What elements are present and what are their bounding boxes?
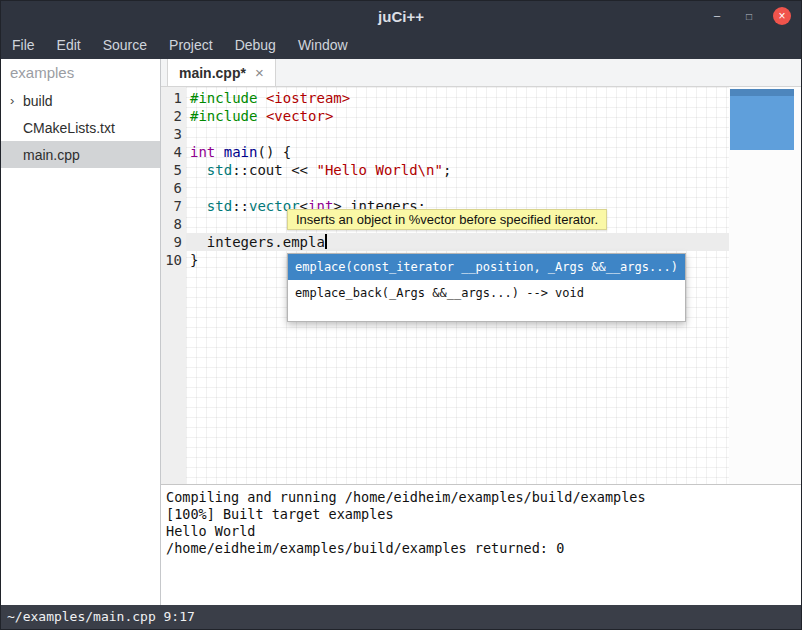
code-token: "Hello World\n" bbox=[316, 162, 442, 178]
terminal-line: /home/eidheim/examples/build/examples re… bbox=[166, 540, 801, 557]
code-line-6[interactable] bbox=[186, 179, 729, 197]
line-number: 1 bbox=[161, 89, 182, 107]
jucipp-window: juCi++ − □ × FileEditSourceProjectDebugW… bbox=[0, 0, 802, 630]
menu-window[interactable]: Window bbox=[287, 31, 359, 59]
editor-pane: main.cpp* × 12345678910 #include <iostre… bbox=[161, 59, 801, 605]
minimize-button[interactable]: − bbox=[709, 7, 725, 25]
tab-label: main.cpp* bbox=[179, 65, 246, 81]
code-token: ::cout << bbox=[232, 162, 316, 178]
completion-item[interactable]: emplace(const_iterator __position, _Args… bbox=[288, 254, 685, 280]
code-token: main bbox=[224, 144, 258, 160]
scrollbar[interactable] bbox=[729, 87, 801, 484]
code-line-9[interactable]: integers.empla bbox=[186, 233, 729, 251]
terminal-line: Hello World bbox=[166, 523, 801, 540]
code-token: integers.empla bbox=[190, 234, 325, 250]
code-token: #include bbox=[190, 90, 257, 106]
terminal-line: [100%] Built target examples bbox=[166, 506, 801, 523]
source-editor: 12345678910 #include <iostream>#include … bbox=[161, 87, 801, 484]
tab-close-icon[interactable]: × bbox=[255, 64, 264, 81]
sidebar-item-label: main.cpp bbox=[23, 147, 80, 163]
scrollbar-thumb[interactable] bbox=[730, 89, 794, 150]
line-number: 6 bbox=[161, 179, 182, 197]
build-output-terminal[interactable]: Compiling and running /home/eidheim/exam… bbox=[161, 484, 801, 605]
menu-project[interactable]: Project bbox=[158, 31, 224, 59]
menu-file[interactable]: File bbox=[1, 31, 46, 59]
expander-icon[interactable]: › bbox=[10, 93, 23, 108]
file-tree: ›buildCMakeLists.txtmain.cpp bbox=[1, 87, 160, 168]
line-number: 2 bbox=[161, 107, 182, 125]
menu-debug[interactable]: Debug bbox=[224, 31, 287, 59]
sidebar-item-cmakelists-txt[interactable]: CMakeLists.txt bbox=[1, 114, 160, 141]
line-number: 7 bbox=[161, 197, 182, 215]
code-token: #include bbox=[190, 108, 257, 124]
line-number-gutter: 12345678910 bbox=[161, 87, 186, 484]
code-line-4[interactable]: int main() { bbox=[186, 143, 729, 161]
code-token bbox=[190, 162, 207, 178]
file-tree-pane: examples ›buildCMakeLists.txtmain.cpp bbox=[1, 59, 161, 605]
code-token bbox=[257, 108, 265, 124]
window-title: juCi++ bbox=[1, 8, 801, 25]
code-token bbox=[190, 198, 207, 214]
code-token: ; bbox=[443, 162, 451, 178]
menu-edit[interactable]: Edit bbox=[46, 31, 92, 59]
code-token: int bbox=[190, 144, 215, 160]
completion-item[interactable]: emplace_back(_Args &&__args...) --> void bbox=[288, 280, 685, 306]
code-line-3[interactable] bbox=[186, 125, 729, 143]
code-token: std bbox=[207, 198, 232, 214]
code-token bbox=[215, 144, 223, 160]
code-token: <iostream> bbox=[266, 90, 350, 106]
terminal-line: Compiling and running /home/eidheim/exam… bbox=[166, 489, 801, 506]
code-token: <vector> bbox=[266, 108, 333, 124]
titlebar: juCi++ − □ × bbox=[1, 1, 801, 31]
sidebar-item-build[interactable]: ›build bbox=[1, 87, 160, 114]
line-number: 3 bbox=[161, 125, 182, 143]
code-line-1[interactable]: #include <iostream> bbox=[186, 89, 729, 107]
doc-tooltip: Inserts an object in %vector before spec… bbox=[287, 209, 607, 230]
menu-source[interactable]: Source bbox=[92, 31, 158, 59]
code-token: () { bbox=[257, 144, 291, 160]
line-number: 10 bbox=[161, 251, 182, 269]
code-token: std bbox=[207, 162, 232, 178]
file-tree-header: examples bbox=[1, 59, 160, 87]
text-cursor bbox=[325, 234, 327, 249]
line-number: 4 bbox=[161, 143, 182, 161]
code-token bbox=[257, 90, 265, 106]
code-token: :: bbox=[232, 198, 249, 214]
code-line-5[interactable]: std::cout << "Hello World\n"; bbox=[186, 161, 729, 179]
autocomplete-popup: emplace(const_iterator __position, _Args… bbox=[287, 253, 686, 322]
close-button[interactable]: × bbox=[773, 7, 791, 25]
tabbar: main.cpp* × bbox=[161, 59, 801, 87]
sidebar-item-label: CMakeLists.txt bbox=[23, 120, 115, 136]
line-number: 5 bbox=[161, 161, 182, 179]
code-line-2[interactable]: #include <vector> bbox=[186, 107, 729, 125]
line-number: 8 bbox=[161, 215, 182, 233]
statusbar: ~/examples/main.cpp 9:17 bbox=[1, 605, 801, 629]
restore-button[interactable]: □ bbox=[741, 7, 757, 25]
menubar: FileEditSourceProjectDebugWindow bbox=[1, 31, 801, 59]
code-token: } bbox=[190, 252, 198, 268]
window-controls: − □ × bbox=[709, 7, 801, 25]
sidebar-item-label: build bbox=[23, 93, 53, 109]
line-number: 9 bbox=[161, 233, 182, 251]
sidebar-item-main-cpp[interactable]: main.cpp bbox=[1, 141, 160, 168]
content-area: examples ›buildCMakeLists.txtmain.cpp ma… bbox=[1, 59, 801, 605]
tab-main-cpp[interactable]: main.cpp* × bbox=[167, 59, 276, 86]
